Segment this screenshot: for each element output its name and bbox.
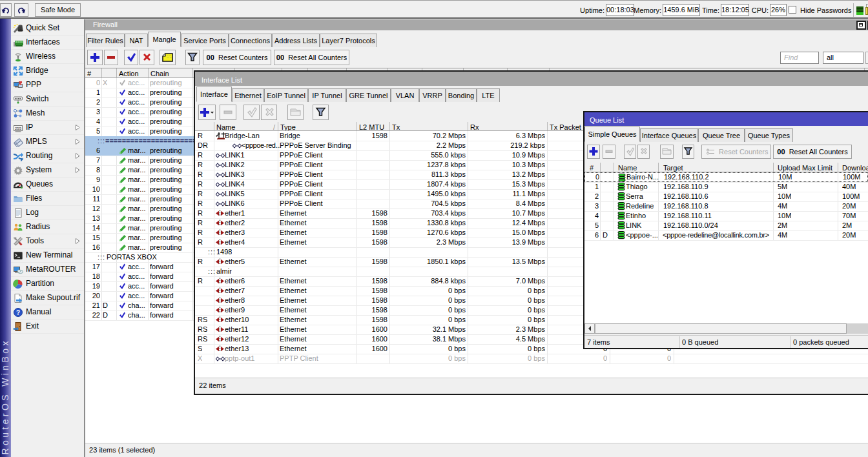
svg-text:255: 255: [15, 127, 22, 130]
svg-text:?: ?: [16, 309, 20, 316]
